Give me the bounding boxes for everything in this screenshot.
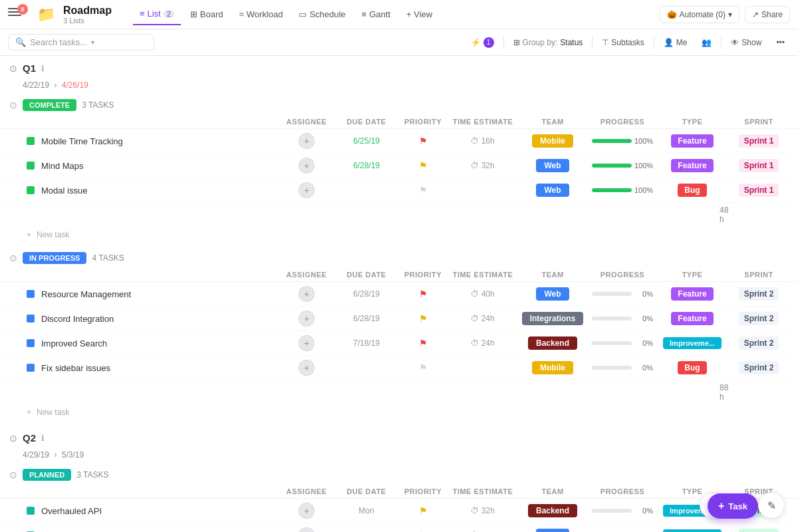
tab-list-count: 2 <box>164 10 174 18</box>
q2-section: ⊙ Q2 ℹ + NEW TASK 4/29/19 › 5/3/19 ⊙ PLA… <box>0 426 798 532</box>
task-row[interactable]: Fix sidebar issues + ⚑ Mobile <box>0 356 798 380</box>
team-badge: Backend <box>528 336 577 350</box>
task-row[interactable]: Mobile Time Tracking + 6/25/19 ⚑ ⏱ 16h M… <box>0 129 798 154</box>
task-row[interactable]: Translation and Localization + 7/3/19 ⚑ … <box>0 523 798 532</box>
edit-fab[interactable]: ✎ <box>758 492 785 519</box>
task-row[interactable]: Resource Management + 6/28/19 ⚑ ⏱ 40h We… <box>0 282 798 307</box>
app-header: 8 📁 Roadmap 3 Lists ≡ List 2 ⊞ Board ≈ W… <box>0 0 798 29</box>
assignee-cell[interactable]: + <box>277 503 336 519</box>
sprint-badge: Sprint 2 <box>739 361 779 374</box>
task-checkbox <box>27 162 35 170</box>
due-date: 6/25/19 <box>336 136 396 146</box>
board-icon: ⊞ <box>190 9 198 19</box>
priority-flag-red: ⚑ <box>419 136 428 146</box>
q1-header[interactable]: ⊙ Q1 ℹ + NEW TASK <box>0 56 798 80</box>
type-cell: Bug <box>656 184 729 197</box>
q1-inprogress-total: 88 h <box>0 380 798 404</box>
assignee-cell[interactable]: + <box>277 286 336 302</box>
more-button[interactable]: ••• <box>771 35 790 50</box>
tab-view[interactable]: + View <box>400 4 439 25</box>
tab-workload[interactable]: ≈ Workload <box>233 4 290 25</box>
col-header-priority: PRIORITY <box>396 118 450 126</box>
header-left: 8 📁 Roadmap 3 Lists ≡ List 2 ⊞ Board ≈ W… <box>8 4 439 25</box>
tab-workload-label: Workload <box>247 9 283 19</box>
add-assignee-icon[interactable]: + <box>299 335 315 351</box>
sprint-cell: Sprint 1 <box>729 134 789 148</box>
add-assignee-icon[interactable]: + <box>299 286 315 302</box>
tab-gantt[interactable]: ≡ Gantt <box>355 4 397 25</box>
me-label: Me <box>676 38 688 47</box>
subtasks-button[interactable]: ⊤ Subtasks <box>597 35 649 50</box>
assignee-cell[interactable]: + <box>277 311 336 327</box>
priority-cell: ⚑ <box>396 338 450 348</box>
project-info: Roadmap 3 Lists <box>63 5 112 25</box>
share-button[interactable]: ↗ Share <box>745 6 790 23</box>
filter-button[interactable]: ⚡ 1 <box>466 35 499 51</box>
add-assignee-icon[interactable]: + <box>299 158 315 174</box>
task-checkbox <box>27 290 35 298</box>
list-icon: ≡ <box>140 9 145 19</box>
assignee-cell[interactable]: + <box>277 527 336 532</box>
search-input[interactable]: 🔍 Search tasks... ▾ <box>8 34 154 51</box>
me-button[interactable]: 👤 Me <box>658 35 693 50</box>
add-assignee-icon[interactable]: + <box>299 527 315 532</box>
assignee-cell[interactable]: + <box>277 335 336 351</box>
progress-bar-wrap <box>592 366 632 370</box>
me-extra-button[interactable]: 👥 <box>696 35 717 50</box>
share-label: Share <box>761 10 783 19</box>
q1-inprogress-new-task[interactable]: + New task <box>0 404 798 420</box>
filter-count-badge: 1 <box>483 37 494 48</box>
add-assignee-icon[interactable]: + <box>299 360 315 376</box>
toolbar-divider-2 <box>592 36 593 49</box>
col-header-assignee: ASSIGNEE <box>277 118 336 126</box>
col-header-team: TEAM <box>516 487 589 495</box>
assignee-cell[interactable]: + <box>277 133 336 149</box>
priority-cell: ⚑ <box>396 136 450 146</box>
progress-bar-wrap <box>592 139 632 143</box>
assignee-cell[interactable]: + <box>277 360 336 376</box>
q1-info-icon[interactable]: ℹ <box>41 64 45 73</box>
priority-flag-red: ⚑ <box>419 338 428 348</box>
q1-complete-new-task[interactable]: + New task <box>0 227 798 243</box>
eye-icon: 👁 <box>731 38 739 47</box>
type-cell: Feature <box>656 287 729 301</box>
share-icon: ↗ <box>752 10 759 19</box>
q1-inprogress-header[interactable]: ⊙ IN PROGRESS 4 TASKS <box>0 248 798 268</box>
task-row[interactable]: Mind Maps + 6/28/19 ⚑ ⏱ 32h Web <box>0 154 798 178</box>
tab-schedule[interactable]: ▭ Schedule <box>292 4 352 25</box>
task-row[interactable]: Improved Search + 7/18/19 ⚑ ⏱ 24h Backen… <box>0 331 798 356</box>
group-by-button[interactable]: ⊞ Group by: Status <box>508 35 589 50</box>
automate-button[interactable]: 🎃 Automate (0) ▾ <box>660 6 739 23</box>
create-task-fab[interactable]: + Task <box>708 493 758 519</box>
q2-info-icon[interactable]: ℹ <box>41 434 45 443</box>
gantt-icon: ≡ <box>362 9 367 19</box>
assignee-cell[interactable]: + <box>277 182 336 198</box>
assignee-cell[interactable]: + <box>277 158 336 174</box>
task-checkbox <box>27 364 35 372</box>
priority-flag-gray: ⚑ <box>419 185 428 196</box>
show-button[interactable]: 👁 Show <box>726 35 767 50</box>
team-cell: Web <box>516 159 589 172</box>
q1-complete-header[interactable]: ⊙ COMPLETE 3 TASKS <box>0 95 798 115</box>
project-sublists: 3 Lists <box>63 17 112 25</box>
progress-pct: 0% <box>634 364 653 372</box>
search-icon: 🔍 <box>15 37 26 47</box>
q2-date-start: 4/29/19 <box>23 450 49 460</box>
task-row[interactable]: Overhauled API + Mon ⚑ ⏱ 32h Backend <box>0 499 798 523</box>
progress-bar-fill <box>592 188 632 192</box>
tab-schedule-label: Schedule <box>309 9 345 19</box>
add-assignee-icon[interactable]: + <box>299 503 315 519</box>
col-header-team: TEAM <box>516 271 589 279</box>
add-assignee-icon[interactable]: + <box>299 311 315 327</box>
task-row[interactable]: Discord Integration + 6/28/19 ⚑ ⏱ 24h In… <box>0 307 798 331</box>
q2-header[interactable]: ⊙ Q2 ℹ + NEW TASK <box>0 426 798 450</box>
q2-planned-header[interactable]: ⊙ PLANNED 3 TASKS <box>0 465 798 485</box>
task-row[interactable]: Modal issue + ⚑ Web <box>0 178 798 203</box>
add-assignee-icon[interactable]: + <box>299 182 315 198</box>
tab-list[interactable]: ≡ List 2 <box>133 4 181 25</box>
type-cell: Feature <box>656 159 729 172</box>
add-assignee-icon[interactable]: + <box>299 133 315 149</box>
q2-planned-group: ⊙ PLANNED 3 TASKS ASSIGNEE DUE DATE PRIO… <box>0 465 798 532</box>
progress-pct: 0% <box>634 507 653 515</box>
tab-board[interactable]: ⊞ Board <box>184 4 230 25</box>
